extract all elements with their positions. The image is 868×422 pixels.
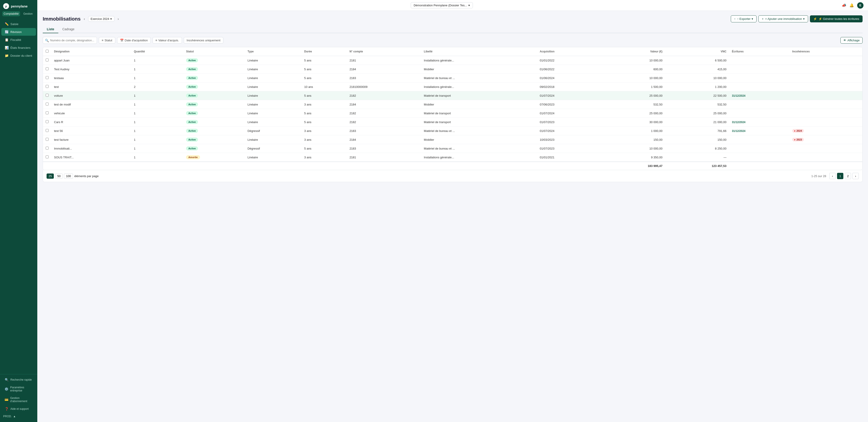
date-filter[interactable]: 📅 Date d'acquisition xyxy=(117,37,151,43)
row-checkbox[interactable] xyxy=(46,111,49,114)
table-row[interactable]: test 2 Active Linéaire 10 ans 2181000000… xyxy=(43,83,862,91)
sidebar-item-dossier[interactable]: 📁 Dossier du client xyxy=(1,52,36,59)
pagination-bar: 25 50 100 éléments par page 1-25 sur 28 … xyxy=(43,170,863,182)
row-checkbox[interactable] xyxy=(46,138,49,141)
cell-acquisition: 01/07/2023 xyxy=(537,118,601,127)
cell-acquisition: 01/06/2024 xyxy=(537,74,601,83)
avatar[interactable]: E xyxy=(857,2,864,8)
table-row[interactable]: Immobilisati... 1 Active Dégressif 5 ans… xyxy=(43,144,862,153)
per-page-50[interactable]: 50 xyxy=(55,173,62,179)
row-checkbox[interactable] xyxy=(46,76,49,79)
row-checkbox[interactable] xyxy=(46,94,49,97)
cell-incoherences xyxy=(789,56,862,65)
table-row[interactable]: vehicule 1 Active Linéaire 5 ans 2182 Ma… xyxy=(43,109,862,118)
sidebar-item-fiscalite[interactable]: 📋 Fiscalité xyxy=(1,36,36,43)
cell-valeur: 10 000,00 xyxy=(601,74,665,83)
megaphone-icon[interactable]: 📣 xyxy=(842,3,846,7)
main-area: Démonstration Pennylane (Dossier Tes... … xyxy=(37,0,868,422)
incoherences-filter[interactable]: Incohérences uniquement xyxy=(184,37,223,43)
cell-no-compte: 21810000009 xyxy=(347,83,421,91)
table-row[interactable]: SOUS TRAIT... 1 Amortie Linéaire 3 ans 2… xyxy=(43,153,862,162)
prev-page-btn[interactable]: ‹ xyxy=(829,173,836,179)
sidebar-item-saisie[interactable]: ✏️ Saisie xyxy=(1,20,36,28)
tab-liste[interactable]: Liste xyxy=(43,26,58,33)
prod-bar[interactable]: PROD. ▲ xyxy=(0,413,37,420)
col-quantite: Quantité xyxy=(131,47,183,56)
exporter-button[interactable]: ↑ ↑ Exporter ▾ xyxy=(731,15,757,22)
row-checkbox[interactable] xyxy=(46,147,49,150)
cell-valeur: 25 000,00 xyxy=(601,109,665,118)
prev-arrow[interactable]: ‹ xyxy=(83,17,86,22)
ajouter-button[interactable]: + + Ajouter une immobilisation ▾ xyxy=(758,15,808,22)
cell-ecritures: 31/12/2024 xyxy=(729,127,789,135)
table-row[interactable]: test 56 1 Active Dégressif 3 ans 2183 Ma… xyxy=(43,127,862,135)
page-1-btn[interactable]: 1 xyxy=(837,173,843,179)
sidebar-tab-gestion[interactable]: Gestion xyxy=(21,11,35,16)
cell-statut: Active xyxy=(183,56,245,65)
per-page-25[interactable]: 25 xyxy=(46,173,54,179)
row-checkbox[interactable] xyxy=(46,103,49,105)
sidebar-label-dossier: Dossier du client xyxy=(10,54,32,57)
row-checkbox[interactable] xyxy=(46,59,49,61)
cell-acquisition: 01/01/2022 xyxy=(537,56,601,65)
cell-quantite: 1 xyxy=(131,74,183,83)
cell-valeur: 10 000,00 xyxy=(601,56,665,65)
bell-icon[interactable]: 🔔 xyxy=(849,3,854,7)
table-row[interactable]: test facture 1 Active Linéaire 3 ans 218… xyxy=(43,135,862,144)
sidebar-item-parametres[interactable]: ⚙️ Paramètres entreprise xyxy=(1,384,36,394)
search-input[interactable] xyxy=(43,37,97,44)
sidebar-bottom: 🔍 Recherche rapide ⚙️ Paramètres entrepr… xyxy=(0,374,37,422)
cell-ecritures xyxy=(729,74,789,83)
table-row[interactable]: voiture 1 Active Linéaire 5 ans 2182 Mat… xyxy=(43,91,862,100)
table-row[interactable]: Test Audrey 1 Active Linéaire 5 ans 2184… xyxy=(43,65,862,74)
exercise-selector[interactable]: Exercice 2024 ▾ xyxy=(88,16,114,22)
chevron-down-icon: ▾ xyxy=(468,4,470,7)
cell-no-compte: 2181 xyxy=(347,56,421,65)
cell-incoherences xyxy=(789,65,862,74)
sidebar: p pennylane Comptabilité Gestion ✏️ Sais… xyxy=(0,0,37,422)
per-page-100[interactable]: 100 xyxy=(64,173,73,179)
cell-libelle: Matériel de bureau et ... xyxy=(421,127,537,135)
select-all-checkbox[interactable] xyxy=(46,50,49,53)
affichage-button[interactable]: 👁 Affichage xyxy=(840,37,863,43)
sidebar-item-recherche[interactable]: 🔍 Recherche rapide xyxy=(1,376,36,384)
cell-acquisition: 01/07/2023 xyxy=(537,144,601,153)
next-arrow[interactable]: › xyxy=(117,17,120,22)
sidebar-item-etats[interactable]: 📊 États financiers xyxy=(1,44,36,52)
row-checkbox[interactable] xyxy=(46,155,49,158)
sidebar-item-gestion-abo[interactable]: 💳 Gestion d'abonnement xyxy=(1,394,36,405)
cell-duree: 5 ans xyxy=(302,65,347,74)
sidebar-item-aide[interactable]: ❓ Aide et support xyxy=(1,405,36,413)
cell-acquisition: 09/02/2018 xyxy=(537,83,601,91)
dossier-selector[interactable]: Démonstration Pennylane (Dossier Tes... … xyxy=(411,2,473,8)
table-row[interactable]: Cars R 1 Active Linéaire 5 ans 2182 Maté… xyxy=(43,118,862,127)
cell-quantite: 1 xyxy=(131,153,183,162)
valeur-filter[interactable]: ≡ Valeur d'acquis. xyxy=(153,37,182,43)
row-checkbox[interactable] xyxy=(46,85,49,88)
sidebar-tab-comptabilite[interactable]: Comptabilité xyxy=(2,11,20,16)
row-checkbox[interactable] xyxy=(46,129,49,132)
ecritures-date: 31/12/2024 xyxy=(732,129,745,133)
brand-logo[interactable]: p pennylane xyxy=(0,0,37,11)
sidebar-item-revision[interactable]: 🔄 Révision xyxy=(1,28,36,36)
statut-filter[interactable]: ≡ Statut xyxy=(99,37,115,43)
row-checkbox[interactable] xyxy=(46,67,49,70)
sidebar-label-etats: États financiers xyxy=(10,46,31,50)
generer-button[interactable]: ⚡ ⚡ Générer toutes les écritures xyxy=(810,15,863,22)
cell-designation: appart Juan xyxy=(51,56,131,65)
col-designation: Désignation xyxy=(51,47,131,56)
table-row[interactable]: test de modif 1 Active Linéaire 3 ans 21… xyxy=(43,100,862,109)
table-row[interactable]: testaaa 1 Active Linéaire 5 ans 2183 Mat… xyxy=(43,74,862,83)
page-2-btn[interactable]: 2 xyxy=(845,173,851,179)
row-checkbox[interactable] xyxy=(46,120,49,123)
next-page-btn[interactable]: › xyxy=(852,173,859,179)
cell-no-compte: 2181 xyxy=(347,153,421,162)
cell-statut: Active xyxy=(183,135,245,144)
table-row[interactable]: appart Juan 1 Active Linéaire 5 ans 2181… xyxy=(43,56,862,65)
sidebar-label-aide: Aide et support xyxy=(10,407,29,411)
brand-name: pennylane xyxy=(11,4,28,8)
col-ecritures: Écritures xyxy=(729,47,789,56)
cell-libelle: Matériel de transport xyxy=(421,118,537,127)
tab-cadrage[interactable]: Cadrage xyxy=(58,26,79,33)
prod-label: PROD. xyxy=(3,415,12,418)
